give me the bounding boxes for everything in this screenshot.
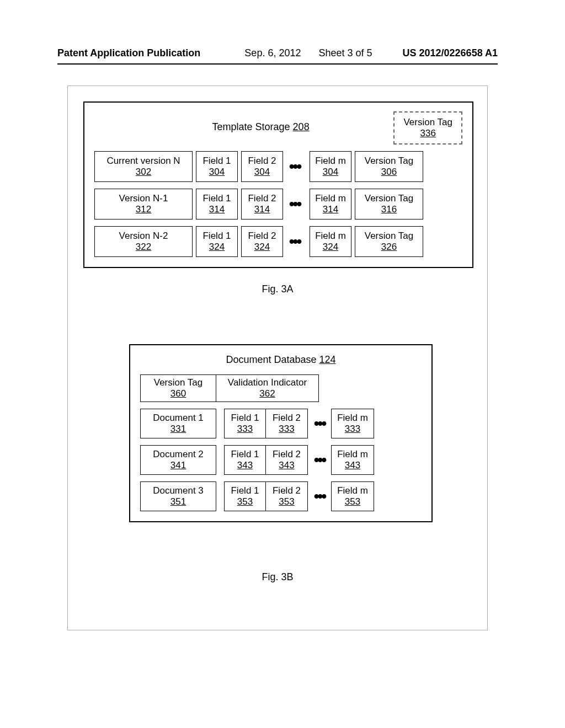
version-tag-cell: Version Tag326: [355, 226, 423, 257]
field-cell: Field 2324: [241, 226, 283, 257]
field-cell: Field 2304: [241, 151, 283, 182]
version-tag-cell: Version Tag316: [355, 189, 423, 220]
document-database-diagram: Document Database 124 Version Tag360 Val…: [129, 344, 433, 522]
field-cell: Field 1324: [196, 226, 238, 257]
figure-caption-3b: Fig. 3B: [68, 571, 487, 583]
version-cell: Version N-2322: [94, 226, 193, 257]
document-cell: Document 1331: [140, 409, 216, 438]
field-cell: Field m333: [331, 409, 374, 438]
version-tag-cell: Version Tag306: [355, 151, 423, 182]
ellipsis-icon: •••: [308, 445, 331, 475]
field-cell: Field m343: [331, 445, 374, 475]
field-cell: Field 2343: [266, 445, 308, 475]
publication-number: US 2012/0226658 A1: [403, 47, 498, 59]
sheet-label: Sheet 3 of 5: [318, 47, 372, 59]
field-cell: Field m314: [310, 189, 351, 220]
template-storage-diagram: Template Storage 208 Version Tag 336 Cur…: [83, 101, 473, 268]
ellipsis-icon: •••: [308, 481, 331, 511]
field-cell: Field 1353: [224, 481, 266, 511]
field-cell: Field 2333: [266, 409, 308, 438]
title-text: Document Database: [226, 354, 316, 365]
title-text: Template Storage: [212, 121, 290, 132]
document-row: Document 2341 Field 1343 Field 2343 ••• …: [140, 445, 422, 475]
ellipsis-icon: •••: [283, 226, 306, 257]
ellipsis-icon: •••: [308, 409, 331, 438]
document-row: Document 3351 Field 1353 Field 2353 ••• …: [140, 481, 422, 511]
title-ref: 124: [319, 354, 336, 365]
figure-caption-3a: Fig. 3A: [68, 283, 487, 295]
field-cell: Field 1304: [196, 151, 238, 182]
field-cell: Field m304: [310, 151, 351, 182]
vtag-ref: 336: [403, 128, 452, 139]
version-cell: Version N-1312: [94, 189, 193, 220]
document-cell: Document 2341: [140, 445, 216, 475]
field-cell: Field 2314: [241, 189, 283, 220]
version-row: Version N-2322 Field 1324 Field 2324 •••…: [94, 226, 462, 257]
ellipsis-icon: •••: [283, 151, 306, 182]
document-cell: Document 3351: [140, 481, 216, 511]
version-cell: Current version N302: [94, 151, 193, 182]
version-tag-dashed-box: Version Tag 336: [393, 111, 462, 144]
document-row: Document 1331 Field 1333 Field 2333 ••• …: [140, 409, 422, 438]
field-cell: Field 1333: [224, 409, 266, 438]
field-cell: Field m324: [310, 226, 351, 257]
ellipsis-icon: •••: [283, 189, 306, 220]
version-row: Version N-1312 Field 1314 Field 2314 •••…: [94, 189, 462, 220]
field-cell: Field m353: [331, 481, 374, 511]
page-header: Patent Application Publication Sep. 6, 2…: [57, 47, 498, 65]
vtag-label: Version Tag: [403, 117, 452, 127]
title-ref: 208: [293, 121, 310, 132]
field-cell: Field 2353: [266, 481, 308, 511]
version-row: Current version N302 Field 1304 Field 23…: [94, 151, 462, 182]
version-tag-header: Version Tag360: [140, 374, 216, 402]
header-row: Version Tag360 Validation Indicator362: [140, 374, 422, 402]
publication-date: Sep. 6, 2012: [244, 47, 301, 59]
field-cell: Field 1343: [224, 445, 266, 475]
diagram-title-row: Template Storage 208 Version Tag 336: [94, 111, 462, 144]
document-database-title: Document Database 124: [140, 354, 422, 366]
field-cell: Field 1314: [196, 189, 238, 220]
drawing-frame: Template Storage 208 Version Tag 336 Cur…: [67, 85, 488, 630]
validation-indicator-header: Validation Indicator362: [216, 374, 319, 402]
publication-label: Patent Application Publication: [57, 47, 200, 59]
template-storage-title: Template Storage 208: [212, 121, 310, 133]
